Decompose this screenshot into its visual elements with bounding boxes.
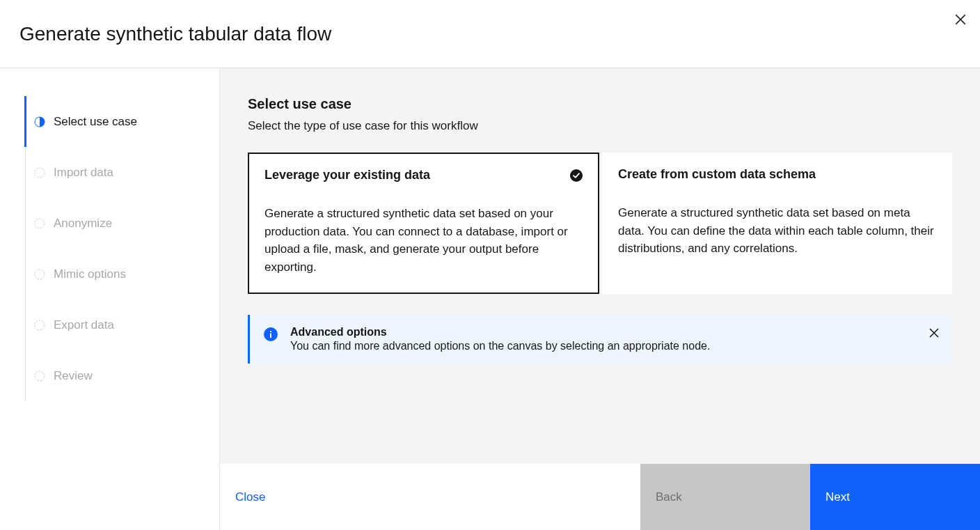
svg-rect-9 bbox=[270, 331, 271, 332]
step-pending-icon bbox=[34, 167, 45, 178]
step-pending-icon bbox=[34, 269, 45, 280]
step-label: Import data bbox=[54, 166, 113, 180]
step-anonymize[interactable]: Anonymize bbox=[26, 198, 219, 249]
card-custom-data-schema[interactable]: Create from custom data schema Generate … bbox=[602, 153, 952, 294]
svg-point-3 bbox=[35, 270, 45, 279]
info-icon bbox=[264, 327, 278, 341]
close-icon[interactable] bbox=[927, 326, 941, 340]
check-filled-icon bbox=[570, 169, 583, 182]
next-button[interactable]: Next bbox=[810, 464, 980, 530]
card-title: Leverage your existing data bbox=[264, 168, 430, 182]
info-text: Advanced options You can find more advan… bbox=[290, 326, 927, 352]
card-description: Generate a structured synthetic data set… bbox=[264, 205, 583, 276]
step-select-use-case[interactable]: Select use case bbox=[24, 96, 219, 147]
info-notification: Advanced options You can find more advan… bbox=[248, 315, 952, 364]
back-button-label: Back bbox=[656, 490, 682, 504]
step-current-icon bbox=[34, 116, 45, 127]
card-title: Create from custom data schema bbox=[618, 167, 816, 182]
close-button-label: Close bbox=[235, 490, 265, 504]
svg-point-2 bbox=[35, 219, 45, 228]
step-sidebar: Select use case Import data Anonymize Mi… bbox=[0, 68, 220, 530]
step-pending-icon bbox=[34, 371, 45, 382]
card-header: Create from custom data schema bbox=[618, 167, 936, 182]
step-export-data[interactable]: Export data bbox=[26, 299, 219, 350]
step-label: Select use case bbox=[54, 115, 137, 129]
modal-body: Select use case Import data Anonymize Mi… bbox=[0, 68, 980, 530]
back-button: Back bbox=[640, 464, 810, 530]
step-pending-icon bbox=[34, 218, 45, 229]
modal-title: Generate synthetic tabular data flow bbox=[19, 23, 331, 45]
section-subtitle: Select the type of use case for this wor… bbox=[248, 119, 952, 133]
step-mimic-options[interactable]: Mimic options bbox=[26, 249, 219, 299]
modal-header: Generate synthetic tabular data flow bbox=[0, 0, 980, 68]
next-button-label: Next bbox=[825, 490, 850, 504]
step-label: Review bbox=[54, 369, 93, 383]
step-pending-icon bbox=[34, 320, 45, 331]
content-area: Select use case Select the type of use c… bbox=[220, 68, 980, 464]
modal-footer: Close Back Next bbox=[220, 464, 980, 530]
close-button[interactable]: Close bbox=[220, 464, 640, 530]
step-label: Anonymize bbox=[54, 217, 112, 231]
info-title: Advanced options bbox=[290, 326, 927, 338]
section-title: Select use case bbox=[248, 96, 952, 112]
card-description: Generate a structured synthetic data set… bbox=[618, 204, 936, 258]
svg-point-5 bbox=[35, 371, 45, 381]
step-label: Export data bbox=[54, 318, 114, 332]
svg-rect-8 bbox=[270, 334, 271, 338]
card-leverage-existing-data[interactable]: Leverage your existing data Generate a s… bbox=[248, 153, 599, 294]
step-review[interactable]: Review bbox=[26, 350, 219, 401]
step-label: Mimic options bbox=[54, 267, 126, 281]
step-list: Select use case Import data Anonymize Mi… bbox=[25, 96, 219, 401]
info-body: You can find more advanced options on th… bbox=[290, 340, 927, 352]
svg-point-4 bbox=[35, 320, 45, 330]
close-icon[interactable] bbox=[954, 13, 967, 26]
svg-point-6 bbox=[570, 169, 583, 182]
svg-point-1 bbox=[35, 168, 45, 178]
step-import-data[interactable]: Import data bbox=[26, 147, 219, 198]
main-panel: Select use case Select the type of use c… bbox=[220, 68, 980, 530]
card-header: Leverage your existing data bbox=[264, 168, 583, 182]
use-case-cards: Leverage your existing data Generate a s… bbox=[248, 153, 952, 294]
